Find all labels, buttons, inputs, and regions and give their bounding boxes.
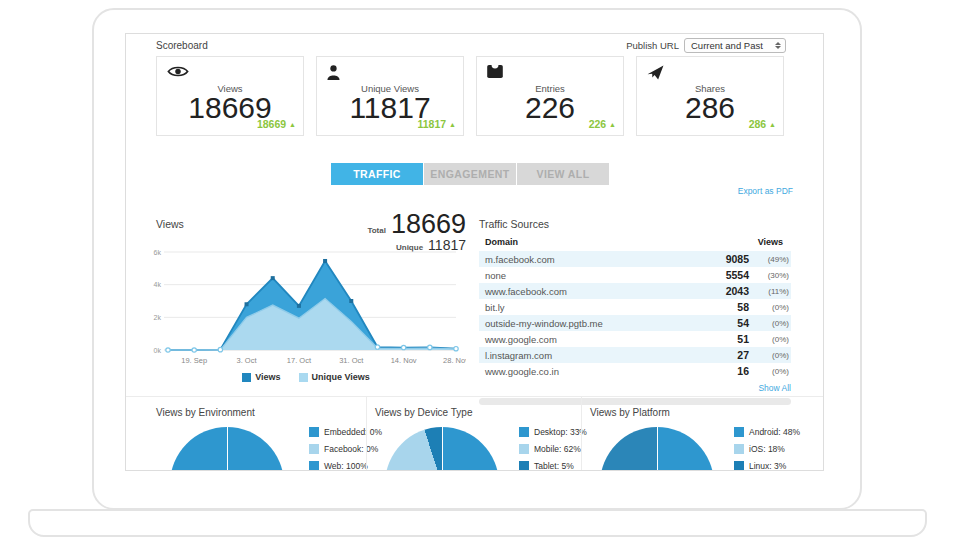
table-row: outside-my-window.pgtb.me54(0%)	[479, 315, 791, 331]
tab-engagement[interactable]: ENGAGEMENT	[424, 163, 516, 185]
row-domain: l.instagram.com	[485, 350, 701, 361]
scoreboard-label: Scoreboard	[156, 40, 208, 51]
row-views: 58	[701, 301, 749, 313]
scoreboard-card-unique-views: Unique Views1181711817 ▲	[316, 56, 464, 136]
traffic-sources-title: Traffic Sources	[479, 218, 549, 230]
legend-swatch	[309, 444, 319, 454]
trend-up-icon: ▲	[449, 121, 456, 128]
show-all-link[interactable]: Show All	[479, 383, 791, 393]
scoreboard-card-entries: Entries226226 ▲	[476, 56, 624, 136]
pie-section-views-by-platform: Views by PlatformAndroid: 48%iOS: 18%Lin…	[581, 397, 823, 471]
pie-slice-divider	[657, 427, 659, 471]
row-views-pct: (0%)	[749, 303, 791, 312]
person-icon	[327, 65, 340, 82]
pie-chart	[600, 427, 714, 471]
publish-url-select[interactable]: Current and Past	[684, 38, 786, 53]
scoreboard-card-views: Views1866918669 ▲	[156, 56, 304, 136]
row-views: 54	[701, 317, 749, 329]
row-views-pct: (11%)	[749, 287, 791, 296]
paper-plane-icon	[647, 65, 664, 82]
card-delta: 286 ▲	[749, 118, 776, 130]
legend-label: Unique Views	[312, 372, 370, 382]
legend-item-mobile: Mobile: 62%	[519, 444, 587, 454]
card-delta: 226 ▲	[589, 118, 616, 130]
column-header-views: Views	[695, 237, 791, 247]
legend-label: Tablet: 5%	[534, 461, 574, 471]
export-pdf-link[interactable]: Export as PDF	[738, 186, 793, 196]
legend-swatch	[734, 427, 744, 437]
publish-url-label: Publish URL	[626, 40, 679, 51]
legend-label: Mobile: 62%	[534, 444, 581, 454]
pie-title: Views by Device Type	[375, 407, 472, 418]
legend-label: Web: 100%	[324, 461, 368, 471]
legend-item-linux: Linux: 3%	[734, 461, 800, 471]
legend-item-desktop: Desktop: 33%	[519, 427, 587, 437]
row-domain: bit.ly	[485, 302, 701, 313]
dashboard-panel: Scoreboard Publish URL Current and Past …	[125, 33, 824, 471]
card-delta: 11817 ▲	[418, 118, 456, 130]
legend-item-unique-views: Unique Views	[299, 372, 370, 382]
trend-up-icon: ▲	[289, 121, 296, 128]
pie-legend: Desktop: 33%Mobile: 62%Tablet: 5%	[519, 427, 587, 471]
views-chart-title: Views	[156, 218, 184, 230]
row-domain: outside-my-window.pgtb.me	[485, 318, 701, 329]
trend-up-icon: ▲	[609, 121, 616, 128]
legend-swatch	[519, 444, 529, 454]
legend-swatch	[734, 461, 744, 471]
legend-label: iOS: 18%	[749, 444, 785, 454]
tab-traffic[interactable]: TRAFFIC	[331, 163, 423, 185]
report-tabs: TRAFFICENGAGEMENTVIEW ALL	[331, 163, 609, 185]
tab-view-all[interactable]: VIEW ALL	[517, 163, 609, 185]
laptop-base	[28, 509, 927, 537]
inbox-icon	[487, 65, 503, 80]
scoreboard-card-shares: Shares286286 ▲	[636, 56, 784, 136]
row-views-pct: (0%)	[749, 367, 791, 376]
legend-label: Android: 48%	[749, 427, 800, 437]
scoreboard-cards: Views1866918669 ▲Unique Views1181711817 …	[156, 56, 796, 136]
row-domain: www.google.com	[485, 334, 701, 345]
row-domain: m.facebook.com	[485, 254, 701, 265]
legend-swatch	[299, 373, 308, 382]
pie-title: Views by Environment	[156, 407, 255, 418]
pie-section-views-by-environment: Views by EnvironmentEmbedded: 0%Facebook…	[126, 397, 366, 471]
traffic-sources-table: Domain Views m.facebook.com9085(49%)none…	[479, 235, 791, 405]
svg-text:28. Nov: 28. Nov	[443, 356, 466, 365]
row-views: 9085	[701, 253, 749, 265]
row-views-pct: (30%)	[749, 271, 791, 280]
pie-title: Views by Platform	[590, 407, 670, 418]
pie-slice-divider	[442, 427, 444, 471]
legend-label: Desktop: 33%	[534, 427, 587, 437]
legend-item-android: Android: 48%	[734, 427, 800, 437]
svg-text:6k: 6k	[154, 249, 162, 256]
table-row: bit.ly58(0%)	[479, 299, 791, 315]
row-views: 16	[701, 365, 749, 377]
legend-item-views: Views	[242, 372, 280, 382]
total-value: 18669	[391, 211, 466, 238]
legend-label: Linux: 3%	[749, 461, 786, 471]
row-views-pct: (0%)	[749, 351, 791, 360]
legend-item-ios: iOS: 18%	[734, 444, 800, 454]
views-chart-legend: ViewsUnique Views	[146, 372, 466, 382]
legend-item-tablet: Tablet: 5%	[519, 461, 587, 471]
publish-url-value: Current and Past	[691, 40, 763, 51]
svg-text:3. Oct: 3. Oct	[237, 356, 258, 365]
pie-section-views-by-device-type: Views by Device TypeDesktop: 33%Mobile: …	[366, 397, 581, 471]
total-label: Total	[367, 226, 386, 235]
pie-chart	[170, 427, 284, 471]
legend-swatch	[242, 373, 251, 382]
table-row: www.google.co.in16(0%)	[479, 363, 791, 379]
pie-slice-divider	[227, 427, 229, 471]
legend-swatch	[734, 444, 744, 454]
row-domain: none	[485, 270, 701, 281]
card-delta: 18669 ▲	[257, 118, 296, 130]
svg-text:2k: 2k	[154, 314, 162, 321]
row-views: 5554	[701, 269, 749, 281]
table-row: none5554(30%)	[479, 267, 791, 283]
row-views: 27	[701, 349, 749, 361]
eye-icon	[167, 65, 189, 80]
row-views-pct: (0%)	[749, 335, 791, 344]
row-views-pct: (49%)	[749, 255, 791, 264]
pie-charts-row: Views by EnvironmentEmbedded: 0%Facebook…	[126, 396, 823, 471]
row-views: 51	[701, 333, 749, 345]
svg-text:4k: 4k	[154, 281, 162, 288]
